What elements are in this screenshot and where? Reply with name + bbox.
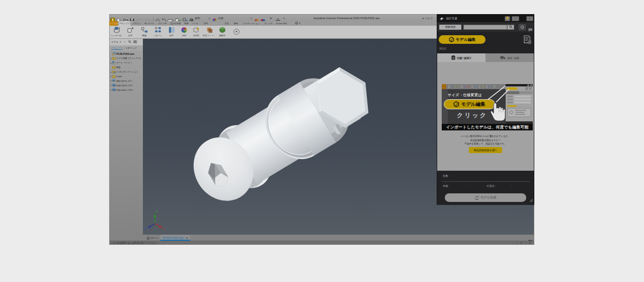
- appearance-combo-arrow[interactable]: ▼: [250, 17, 252, 20]
- folder-icon: [112, 56, 116, 60]
- ribbon-button-simplify[interactable]: 簡略化: [213, 26, 231, 38]
- modeling-mode-label[interactable]: モデリング: [126, 47, 137, 49]
- ribbon-tab-8[interactable]: 管理: [204, 21, 208, 26]
- ribbon-tab-overflow-icon[interactable]: [294, 21, 301, 26]
- product-name-label: 商品名: [439, 47, 446, 50]
- status-cell-1: 4: [525, 241, 534, 245]
- banner-model-edit-pill: モデル編集: [444, 99, 495, 109]
- tree-item-7[interactable]: +[O]pcrlp20s_02:2: [110, 83, 143, 88]
- footer-divider: [442, 181, 530, 182]
- panel-title: 設計支援: [446, 17, 457, 20]
- mode-separator: |: [124, 47, 124, 49]
- panel-message-line: ※条件を変更して、再設定も可能です。: [437, 142, 534, 146]
- ribbon-tab-2[interactable]: デザイン: [133, 21, 141, 26]
- banner-mini-file-tab: [442, 84, 446, 89]
- appearance-combo[interactable]: 外観: [218, 17, 223, 20]
- search-submit-button[interactable]: [507, 25, 514, 30]
- design-assist-panel: 設計支援 – × 検索画面: [437, 14, 534, 205]
- tree-item-1[interactable]: +モデル状態: [プライマリ]: [110, 56, 143, 60]
- ribbon-tab-3[interactable]: 3D モデル: [144, 21, 154, 26]
- part-icon: [112, 83, 116, 87]
- status-bar: ヘルプを参照するには[F1]を押してください 34: [110, 241, 534, 245]
- tree-item-8[interactable]: +[O]pcrlp20s_03:3: [110, 88, 143, 92]
- tree-item-3[interactable]: 関係: [110, 65, 143, 69]
- spec-icon: [451, 55, 455, 60]
- panel-tab-spec[interactable]: 仕様 / 追加工: [437, 53, 486, 62]
- tree-item-label: [O]pcrlp20s_03:3: [116, 89, 133, 91]
- material-combo[interactable]: 材料: [195, 17, 200, 20]
- simplify-icon: [213, 26, 231, 34]
- truck-icon: [500, 56, 506, 60]
- model-edit-icon: [449, 37, 454, 42]
- tree-item-0[interactable]: PCRLP20S.iam: [110, 52, 143, 56]
- panel-message-line: 商品詳細画面を開きますか？: [437, 138, 534, 143]
- status-message: ヘルプを参照するには[F1]を押してください: [110, 242, 517, 244]
- history-button[interactable]: [519, 24, 526, 30]
- panel-pin-button[interactable]: [505, 16, 510, 21]
- tutorial-banner[interactable]: サイズ・仕様変更は モデル編集: [442, 84, 533, 130]
- ribbon-collapse-button[interactable]: ▼: [233, 29, 239, 35]
- browser-mode-row: アセンブリ | モデリング: [110, 45, 143, 51]
- assembly-icon: [112, 52, 116, 56]
- ribbon-tab-9[interactable]: 表示: [225, 21, 229, 26]
- ribbon-tab-5[interactable]: 注記を作成: [170, 21, 181, 26]
- help-menu[interactable]: ▸ ヘルプ: [423, 17, 433, 20]
- status-cells: 34: [517, 241, 534, 245]
- banner-pill-icon: [453, 101, 459, 107]
- ribbon-tab-1[interactable]: アセンブリ: [119, 21, 130, 26]
- partedit-icon: [112, 79, 116, 83]
- tree-item-label: 関係: [116, 66, 121, 68]
- assembly-mode-link[interactable]: アセンブリ: [111, 47, 122, 49]
- history-icon: [520, 25, 524, 29]
- browser-add-icon[interactable]: ＋: [123, 40, 126, 44]
- tree-item-4[interactable]: +リプレゼンテーション: [110, 69, 143, 74]
- thirdparty-icon: [112, 61, 116, 64]
- material-combo-arrow[interactable]: ▼: [208, 17, 210, 20]
- browser-tab-close-icon[interactable]: ×: [120, 40, 121, 43]
- search-screen-button[interactable]: 検索画面: [439, 25, 461, 30]
- origin-triad[interactable]: Y X Z: [144, 209, 165, 231]
- part-icon: [112, 88, 116, 92]
- panel-tab-price[interactable]: 価格 / 納期: [486, 53, 534, 62]
- home-tab[interactable]: ホーム: [144, 235, 160, 241]
- tree-item-label: Origin: [116, 75, 122, 78]
- model-no-label: 型番 :: [443, 174, 449, 178]
- panel-message-line: メーカー提供CADモデルが選択されています。: [437, 134, 534, 138]
- search-input[interactable]: [463, 25, 507, 30]
- browser-tab-model[interactable]: モデル: [111, 40, 119, 43]
- panel-body: サイズ・仕様変更は モデル編集: [437, 62, 534, 171]
- panel-minimize-button[interactable]: –: [512, 16, 519, 21]
- ribbon-tab-13[interactable]: Fusion 360: [276, 21, 287, 26]
- tree-item-2[interactable]: +サード パーティ: [110, 60, 143, 65]
- window-title: Autodesk Inventor Professional 2024 PCRL…: [313, 17, 380, 20]
- ribbon-tab-10[interactable]: 環境: [234, 21, 238, 26]
- tree-item-6[interactable]: +[●]pcrlp20s_01:1: [110, 79, 143, 83]
- panel-message: メーカー提供CADモデルが選択されています。商品詳細画面を開きますか？※条件を変…: [437, 134, 534, 146]
- product-doc-icon[interactable]: [524, 35, 531, 46]
- parameters-fx-button[interactable]: fx: [270, 17, 272, 20]
- browser-menu-icon[interactable]: [133, 40, 137, 43]
- ribbon-tab-7[interactable]: ツール: [192, 21, 199, 26]
- unit-price-value: -: [466, 184, 467, 187]
- tab-close-icon[interactable]: ×: [186, 236, 188, 240]
- panel-resize-grip[interactable]: [529, 195, 533, 204]
- ribbon-tab-file[interactable]: ファイル: [109, 21, 118, 26]
- pin-icon: [506, 17, 509, 20]
- search-icon: [509, 25, 513, 29]
- ribbon-tab-6[interactable]: 検査: [185, 21, 189, 26]
- model-edit-button[interactable]: モデル編集: [439, 35, 486, 44]
- tree-item-5[interactable]: +Origin: [110, 74, 143, 79]
- browser-header: モデル × ＋: [110, 39, 143, 45]
- browser-tree: PCRLP20S.iam+モデル状態: [プライマリ]+サード パーティ関係+リ…: [110, 52, 143, 92]
- ribbon-tab-4[interactable]: スケッチ: [158, 21, 167, 26]
- browser-search-icon[interactable]: [128, 40, 131, 43]
- generate-model-button[interactable]: モデル生成: [445, 193, 526, 202]
- ribbon-tab-11[interactable]: コラボレーション: [243, 21, 260, 26]
- home-icon: [146, 236, 150, 240]
- qat-more-dropdown[interactable]: ▼: [283, 17, 285, 20]
- document-tab-active[interactable]: PCRLP20S.iam ×: [160, 235, 191, 241]
- open-product-detail-button[interactable]: 商品詳細画面を開く: [469, 147, 502, 153]
- ribbon-tab-12[interactable]: エレメカ: [264, 21, 273, 26]
- banner-click-text: クリック: [457, 111, 488, 120]
- panel-close-button[interactable]: ×: [526, 16, 533, 21]
